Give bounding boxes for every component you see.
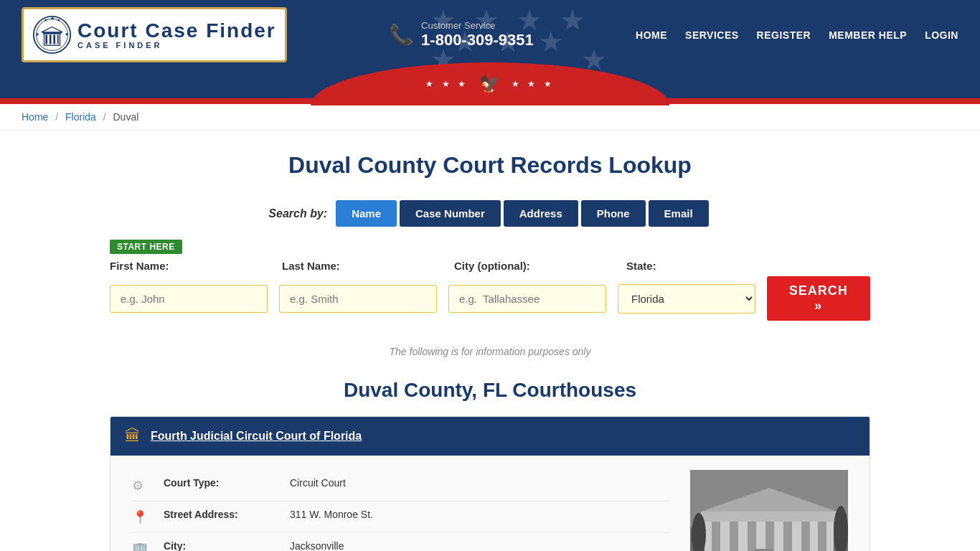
form-inputs-row: Florida Alabama Georgia California SEARC… xyxy=(110,276,870,321)
svg-rect-24 xyxy=(701,512,837,522)
nav-home[interactable]: HOME xyxy=(636,29,667,41)
search-form: START HERE First Name: Last Name: City (… xyxy=(110,232,870,335)
city-icon: 🏢 xyxy=(132,541,152,551)
court-type-icon: ⚙ xyxy=(132,478,152,494)
courthouse-image xyxy=(690,470,848,551)
svg-text:★: ★ xyxy=(65,31,69,37)
svg-rect-20 xyxy=(765,520,774,551)
svg-rect-21 xyxy=(783,520,792,551)
tab-name[interactable]: Name xyxy=(336,200,397,227)
logo-court-label: Court Case Finder xyxy=(77,21,276,41)
svg-rect-9 xyxy=(50,35,52,44)
arch-banner: ★ ★ ★ 🦅 ★ ★ ★ xyxy=(0,70,980,98)
nav-member-help[interactable]: MEMBER HELP xyxy=(829,29,907,41)
search-button[interactable]: SEARCH » xyxy=(767,276,870,321)
court-type-label: Court Type: xyxy=(164,477,278,489)
tab-case-number[interactable]: Case Number xyxy=(400,200,501,227)
nav-services[interactable]: SERVICES xyxy=(685,29,739,41)
page-title: Duval County Court Records Lookup xyxy=(110,152,870,179)
city-detail-value: Jacksonville xyxy=(290,540,344,551)
courthouse-name-link[interactable]: Fourth Judicial Circuit Court of Florida xyxy=(151,430,362,443)
svg-marker-13 xyxy=(42,27,62,32)
tab-address[interactable]: Address xyxy=(504,200,578,227)
courthouse-details: ⚙ Court Type: Circuit Court 📍 Street Add… xyxy=(132,470,669,551)
breadcrumb-state[interactable]: Florida xyxy=(65,111,96,123)
logo-area[interactable]: ★ ★ ★ ★ ★ Court Case Finder CASE FINDER xyxy=(22,7,287,62)
detail-row-address: 📍 Street Address: 311 W. Monroe St. xyxy=(132,501,669,533)
building-svg xyxy=(690,470,848,551)
svg-rect-18 xyxy=(730,520,738,551)
svg-text:★: ★ xyxy=(57,18,60,22)
customer-service: 📞 Customer Service 1-800-309-9351 xyxy=(389,20,534,50)
address-label: Street Address: xyxy=(164,509,278,520)
nav-register[interactable]: REGISTER xyxy=(757,29,811,41)
logo-text: Court Case Finder CASE FINDER xyxy=(77,21,276,50)
svg-rect-10 xyxy=(53,35,55,44)
arch-eagle: ★ ★ ★ 🦅 ★ ★ ★ xyxy=(425,74,554,94)
label-last-name: Last Name: xyxy=(282,260,440,272)
cs-info: Customer Service 1-800-309-9351 xyxy=(421,20,534,50)
detail-row-court-type: ⚙ Court Type: Circuit Court xyxy=(132,470,669,501)
cs-phone: 1-800-309-9351 xyxy=(421,31,534,49)
address-icon: 📍 xyxy=(132,509,152,525)
start-here-badge: START HERE xyxy=(110,240,182,254)
arch-stars-right: ★ ★ ★ xyxy=(512,79,555,89)
state-select[interactable]: Florida Alabama Georgia California xyxy=(618,284,755,314)
city-detail-label: City: xyxy=(164,540,278,551)
logo-case-finder-label: CASE FINDER xyxy=(77,41,276,50)
phone-icon: 📞 xyxy=(389,23,414,47)
svg-text:★: ★ xyxy=(35,31,39,37)
svg-rect-8 xyxy=(45,35,47,44)
svg-rect-22 xyxy=(801,520,810,551)
eagle-icon: 🦅 xyxy=(479,74,501,94)
address-value: 311 W. Monroe St. xyxy=(290,509,373,520)
search-by-label: Search by: xyxy=(268,207,327,220)
nav-login[interactable]: LOGIN xyxy=(925,29,958,41)
breadcrumb-sep-1: / xyxy=(55,111,58,123)
label-city: City (optional): xyxy=(454,260,612,272)
svg-text:★: ★ xyxy=(50,15,55,22)
cs-label: Customer Service xyxy=(421,20,534,31)
logo-box: ★ ★ ★ ★ ★ Court Case Finder CASE FINDER xyxy=(22,7,287,62)
label-first-name: First Name: xyxy=(110,260,268,272)
breadcrumb-home[interactable]: Home xyxy=(22,111,48,123)
courthouses-title: Duval County, FL Courthouses xyxy=(110,379,870,402)
site-header: ★ ★ ★ ★ ★ ★ ★ ★ ★ ★ ★ ★ ★ ★ xyxy=(0,0,980,70)
first-name-input[interactable] xyxy=(110,285,268,313)
arch-stars-left: ★ ★ ★ xyxy=(425,79,468,89)
breadcrumb-sep-2: / xyxy=(103,111,106,123)
svg-rect-23 xyxy=(818,520,826,551)
courthouse-header: 🏛 Fourth Judicial Circuit Court of Flori… xyxy=(110,417,870,456)
main-content: Duval County Court Records Lookup Search… xyxy=(95,131,885,551)
svg-rect-19 xyxy=(748,520,756,551)
city-input[interactable] xyxy=(448,285,606,313)
detail-row-city: 🏢 City: Jacksonville xyxy=(132,533,669,551)
courthouse-icon: 🏛 xyxy=(125,427,141,446)
form-labels-row: First Name: Last Name: City (optional): … xyxy=(110,260,870,272)
courthouse-card: 🏛 Fourth Judicial Circuit Court of Flori… xyxy=(110,416,870,551)
svg-text:★: ★ xyxy=(44,18,47,22)
courthouse-body: ⚙ Court Type: Circuit Court 📍 Street Add… xyxy=(110,456,870,551)
last-name-input[interactable] xyxy=(279,285,437,313)
tab-phone[interactable]: Phone xyxy=(581,200,646,227)
breadcrumb: Home / Florida / Duval xyxy=(0,104,980,131)
logo-emblem-icon: ★ ★ ★ ★ ★ xyxy=(32,15,72,55)
main-nav: HOME SERVICES REGISTER MEMBER HELP LOGIN xyxy=(636,29,958,41)
svg-rect-11 xyxy=(57,35,59,44)
breadcrumb-county: Duval xyxy=(113,111,139,123)
info-note: The following is for information purpose… xyxy=(110,346,870,357)
svg-rect-17 xyxy=(712,520,720,551)
search-by-row: Search by: Name Case Number Address Phon… xyxy=(110,200,870,227)
label-state: State: xyxy=(626,260,784,272)
svg-point-1 xyxy=(37,19,68,51)
tab-email[interactable]: Email xyxy=(649,200,709,227)
court-type-value: Circuit Court xyxy=(290,477,346,489)
